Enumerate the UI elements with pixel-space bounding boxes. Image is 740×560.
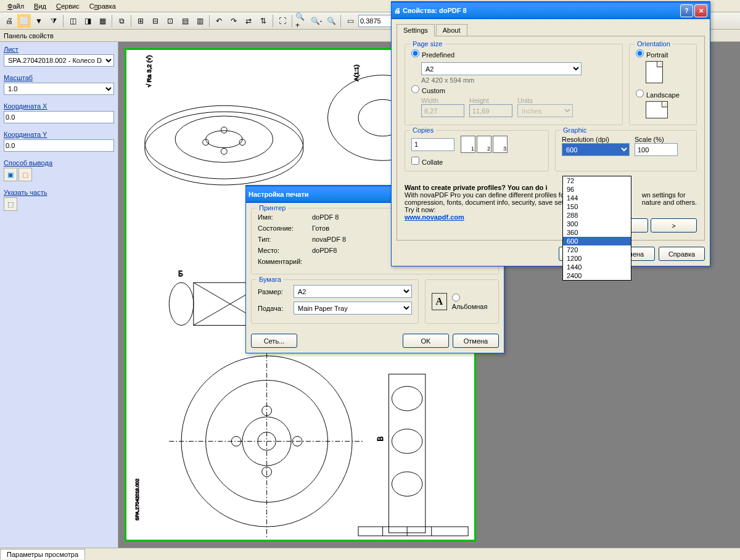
portrait-icon — [646, 61, 663, 83]
tool-icon-3[interactable]: ◨ — [81, 14, 94, 28]
resolution-option[interactable]: 360 — [563, 228, 631, 237]
rotate-left-icon[interactable]: ↶ — [212, 14, 226, 28]
resolution-option[interactable]: 1440 — [563, 263, 631, 271]
copies-input[interactable] — [411, 138, 454, 151]
custom-radio[interactable]: Custom — [411, 87, 445, 94]
portrait-radio[interactable]: Portrait — [636, 49, 690, 59]
print-icon[interactable]: 🖨 — [2, 14, 16, 28]
promo-text-3: Try it now: — [405, 206, 435, 213]
menu-service[interactable]: Сервис — [51, 1, 84, 11]
props-titlebar-icon: 🖨 — [394, 7, 401, 14]
output-mode-1-icon[interactable]: ▣ — [4, 168, 17, 181]
zoom-fit-icon[interactable]: ⛶ — [276, 14, 289, 28]
width-label: Width — [421, 97, 464, 104]
landscape-radio-props[interactable]: Landscape — [636, 89, 690, 99]
size-label: Размер: — [258, 288, 289, 295]
height-label: Height — [469, 97, 512, 104]
coordx-input[interactable] — [4, 111, 114, 123]
predefined-select[interactable]: A2 — [421, 62, 582, 75]
page-icon[interactable]: ▭ — [343, 14, 357, 28]
grid-icon-4[interactable]: ▤ — [178, 14, 192, 28]
network-button[interactable]: Сеть... — [251, 334, 297, 348]
props-help-button[interactable]: Справка — [659, 247, 705, 261]
resolution-option[interactable]: 300 — [563, 220, 631, 228]
print-cancel-button[interactable]: Отмена — [453, 334, 499, 348]
type-label: Тип: — [258, 236, 307, 243]
flip-v-icon[interactable]: ⇅ — [257, 14, 270, 28]
width-input — [421, 104, 464, 117]
sheet-select[interactable]: SPA.27042018.002 - Колесо D30 — [4, 54, 114, 67]
tab-about[interactable]: About — [436, 24, 467, 36]
resolution-dropdown[interactable]: 7296144150288300360600720120014402400 — [562, 176, 631, 281]
zoom-in-icon[interactable]: 🔍+ — [295, 14, 308, 28]
copy-icon[interactable]: ⧉ — [115, 14, 128, 28]
predefined-radio[interactable]: Predefined — [411, 51, 454, 59]
zoom-out-icon[interactable]: 🔍- — [310, 14, 323, 28]
resolution-label: Resolution (dpi) — [562, 136, 630, 143]
tool-icon-4[interactable]: ▦ — [96, 14, 109, 28]
coordy-input[interactable] — [4, 139, 114, 152]
svg-text:Б: Б — [178, 270, 183, 278]
svg-point-7 — [221, 149, 227, 155]
graphic-legend: Graphic — [561, 126, 590, 134]
promo-end-2: nature and others. — [642, 199, 697, 206]
select-part-icon[interactable]: ⬚ — [4, 197, 17, 211]
tool-icon-2[interactable]: ◫ — [66, 14, 80, 28]
zoom-input[interactable] — [358, 15, 395, 27]
tab-settings[interactable]: Settings — [397, 24, 435, 36]
grid-icon-3[interactable]: ⊡ — [163, 14, 177, 28]
view-params-tab[interactable]: Параметры просмотра — [0, 549, 85, 559]
menu-help[interactable]: Справка — [84, 1, 121, 11]
paper-feed-select[interactable]: Main Paper Tray — [294, 302, 412, 315]
output-mode-2-icon[interactable]: ▢ — [18, 168, 32, 181]
paper-size-select[interactable]: A2 — [294, 285, 412, 298]
paper-legend: Бумага — [257, 276, 284, 283]
flip-h-icon[interactable]: ⇄ — [242, 14, 255, 28]
resolution-option[interactable]: 720 — [563, 245, 631, 254]
grid-icon-5[interactable]: ▥ — [193, 14, 207, 28]
resolution-option[interactable]: 2400 — [563, 271, 631, 280]
promo-link[interactable]: www.novapdf.com — [405, 213, 464, 221]
resolution-option[interactable]: 96 — [563, 185, 631, 194]
promo-end-1: wn settings for — [642, 191, 686, 199]
resolution-select[interactable]: 600 — [562, 143, 630, 156]
resolution-option[interactable]: 150 — [563, 202, 631, 211]
grid-icon-2[interactable]: ⊟ — [149, 14, 162, 28]
predefined-desc: A2 420 x 594 mm — [421, 76, 616, 84]
next-button[interactable]: > — [651, 218, 697, 233]
resolution-option[interactable]: 144 — [563, 194, 631, 202]
promo-text-2: compression, fonts, document info, secur… — [405, 199, 575, 206]
comment-label: Комментарий: — [258, 258, 307, 265]
collate-check[interactable]: Collate — [411, 157, 542, 166]
landscape-icon — [646, 101, 668, 118]
feed-label: Подача: — [258, 305, 289, 312]
rotate-right-icon[interactable]: ↷ — [227, 14, 240, 28]
svg-point-30 — [392, 472, 422, 496]
orientation-preview-icon: A — [432, 293, 447, 310]
landscape-radio[interactable]: Альбомная — [452, 294, 492, 310]
resolution-option[interactable]: 600 — [563, 237, 631, 245]
menu-view[interactable]: Вид — [29, 1, 51, 11]
name-label: Имя: — [258, 213, 307, 221]
svg-rect-32 — [358, 527, 468, 536]
filter-icon[interactable]: ▼ — [32, 14, 46, 28]
part-label: Указать часть — [4, 189, 114, 196]
menu-file[interactable]: Файл — [2, 1, 29, 11]
tool-icon-1[interactable]: ⬜ — [17, 14, 31, 28]
zoom-icon[interactable]: 🔍 — [324, 14, 338, 28]
resolution-option[interactable]: 72 — [563, 176, 631, 185]
funnel-icon[interactable]: ⧩ — [47, 14, 60, 28]
resolution-option[interactable]: 1200 — [563, 254, 631, 263]
scale-select[interactable]: 1.0 — [4, 83, 114, 95]
props-titlebar[interactable]: 🖨 Свойства: doPDF 8 ? ✕ — [392, 2, 710, 19]
print-ok-button[interactable]: OK — [403, 334, 449, 348]
close-icon[interactable]: ✕ — [694, 4, 707, 17]
sheet-label: Лист — [4, 46, 114, 53]
grid-icon-1[interactable]: ⊞ — [134, 14, 147, 28]
page-size-legend: Page size — [410, 40, 445, 47]
units-select: Inches — [517, 104, 573, 117]
help-icon[interactable]: ? — [680, 4, 693, 17]
svg-text:A(1:1): A(1:1) — [353, 65, 360, 81]
resolution-option[interactable]: 288 — [563, 211, 631, 220]
scale-pct-input[interactable] — [635, 143, 678, 156]
